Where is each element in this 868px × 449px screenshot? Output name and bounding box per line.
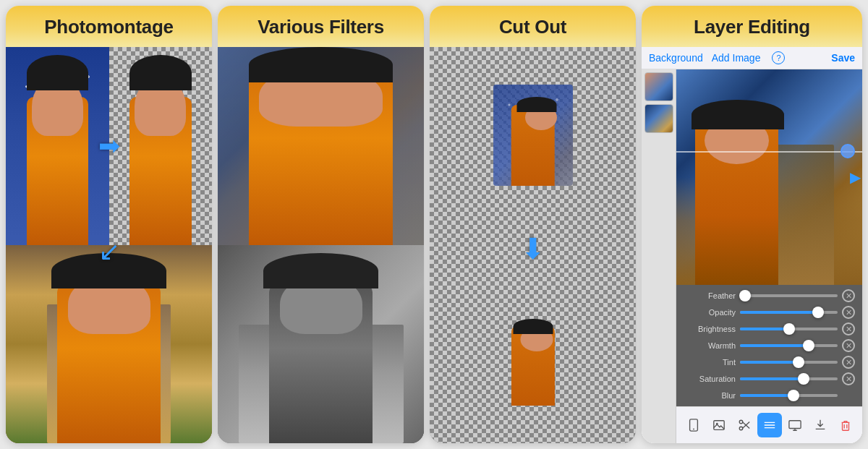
filter-color-panel [218, 47, 424, 245]
svg-point-5 [739, 427, 743, 430]
svg-rect-2 [713, 421, 723, 430]
opacity-reset-icon[interactable]: ✕ [842, 306, 855, 319]
photomontage-card: Photomontage ➡ ↙ [6, 6, 212, 443]
filters-body [218, 47, 424, 443]
layer-thumb-1[interactable] [644, 72, 673, 101]
filter-bw-panel [218, 245, 424, 443]
cutout-body: ⬇ [430, 47, 636, 443]
guide-line [676, 151, 862, 153]
opacity-label: Opacity [684, 308, 736, 317]
tint-slider-row: Tint ✕ [684, 356, 855, 369]
guide-handle[interactable] [841, 144, 855, 158]
svg-point-4 [739, 420, 743, 424]
filters-card: Various Filters [218, 6, 424, 443]
layers-icon[interactable] [757, 413, 782, 437]
brightness-slider-row: Brightness ✕ [684, 322, 855, 335]
layer-main-area: ▶ Feather ✕ Opacity [642, 69, 862, 443]
opacity-track[interactable] [740, 311, 838, 314]
svg-rect-11 [788, 421, 800, 429]
right-handle-arrow[interactable]: ▶ [850, 168, 861, 186]
layer-sliders-panel: Feather ✕ Opacity [676, 285, 862, 406]
saturation-label: Saturation [684, 375, 736, 383]
layer-thumb-2[interactable] [644, 104, 673, 133]
feather-label: Feather [684, 291, 736, 300]
background-button[interactable]: Background [649, 52, 703, 64]
photomontage-body: ➡ ↙ [6, 47, 212, 443]
layer-canvas[interactable]: ▶ [676, 69, 862, 285]
layer-editing-title: Layer Editing [642, 6, 862, 47]
saturation-slider-row: Saturation ✕ [684, 372, 855, 385]
brightness-track[interactable] [740, 328, 838, 330]
layer-toolbar: Background Add Image ? Save [642, 47, 862, 69]
feather-reset-icon[interactable]: ✕ [842, 289, 855, 302]
warmth-slider-row: Warmth ✕ [684, 339, 855, 352]
tint-track[interactable] [740, 361, 838, 364]
trash-icon[interactable] [833, 413, 858, 437]
cutout-before-image [493, 85, 573, 186]
pm-bottom-panel [6, 245, 212, 443]
down-arrow-icon: ⬇ [521, 232, 545, 265]
warmth-reset-icon[interactable]: ✕ [842, 339, 855, 352]
opacity-slider-row: Opacity ✕ [684, 306, 855, 319]
cutout-card: Cut Out ⬇ [430, 6, 636, 443]
tint-reset-icon[interactable]: ✕ [842, 356, 855, 369]
saturation-reset-icon[interactable]: ✕ [842, 372, 855, 385]
phone-icon[interactable] [681, 413, 706, 437]
blur-reset-icon [842, 389, 855, 402]
pm-left-panel [6, 47, 109, 245]
blur-slider-row: Blur [684, 389, 855, 402]
blur-label: Blur [684, 391, 736, 400]
svg-rect-14 [842, 422, 848, 430]
layer-editing-body: Background Add Image ? Save [642, 47, 862, 443]
monitor-icon[interactable] [783, 413, 807, 437]
layer-editing-card: Layer Editing Background Add Image ? Sav… [642, 6, 862, 443]
layer-bottom-bar [676, 406, 862, 443]
feather-slider-row: Feather ✕ [684, 289, 855, 302]
help-button[interactable]: ? [772, 51, 785, 64]
layer-thumbnails-panel [642, 69, 676, 443]
add-image-button[interactable]: Add Image [712, 52, 761, 64]
cutout-after-image [497, 312, 569, 406]
tint-label: Tint [684, 358, 736, 367]
brightness-label: Brightness [684, 325, 736, 333]
right-arrow-icon: ➡ [98, 131, 120, 161]
warmth-track[interactable] [740, 344, 838, 347]
brightness-reset-icon[interactable]: ✕ [842, 322, 855, 335]
pm-top: ➡ ↙ [6, 47, 212, 245]
blur-track[interactable] [740, 394, 838, 397]
save-button[interactable]: Save [831, 52, 855, 64]
image-icon[interactable] [707, 413, 731, 437]
svg-point-1 [693, 429, 694, 430]
warmth-label: Warmth [684, 341, 736, 350]
cutout-title: Cut Out [430, 6, 636, 47]
scissors-icon[interactable] [732, 413, 757, 437]
download-icon[interactable] [808, 413, 833, 437]
saturation-track[interactable] [740, 377, 838, 380]
feather-track[interactable] [740, 294, 838, 297]
photomontage-title: Photomontage [6, 6, 212, 47]
filters-title: Various Filters [218, 6, 424, 47]
pm-right-panel [109, 47, 213, 245]
down-left-arrow-icon: ↙ [98, 236, 120, 267]
